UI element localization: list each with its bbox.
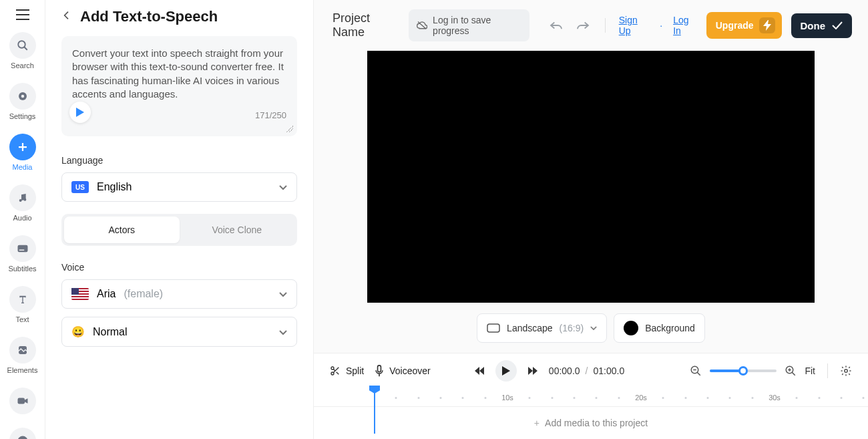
svg-point-12 [331,367,334,370]
playback-controls: 00:00.0 / 01:00.0 [469,360,624,382]
separator: · [660,20,662,31]
color-swatch [624,321,638,335]
timeline-ruler[interactable]: 10s20s30s40s50s1m [314,388,868,407]
mic-icon [375,365,384,377]
ruler-tick-dot [796,397,798,399]
ruler-tick-dot [529,397,531,399]
nav-search[interactable]: Search [0,27,45,71]
ruler-tick-dot [484,397,486,399]
svg-point-17 [845,370,848,373]
zoom-controls: Fit [690,363,852,378]
login-to-save-chip[interactable]: Log in to save progress [409,9,529,41]
resize-handle[interactable] [286,126,293,132]
cloud-off-icon [417,20,427,31]
zoom-slider[interactable] [710,370,777,372]
elements-icon [9,337,36,363]
gear-icon[interactable] [840,365,852,377]
ruler-tick-dot [863,397,865,399]
nav-label: Elements [7,366,38,374]
ruler-tick-dot [574,397,576,399]
zoom-in-icon[interactable] [785,365,797,377]
signup-link[interactable]: Sign Up [619,15,650,36]
empty-track[interactable]: + Add media to this project [314,407,868,439]
aspect-ratio-select[interactable]: Landscape (16:9) [477,313,607,343]
nav-label: Media [13,163,33,171]
plus-icon: + [534,418,539,428]
ruler-tick-dot [841,397,843,399]
nav-label: Subtitles [8,265,36,273]
svg-rect-8 [17,398,25,404]
time-total: 01:00.0 [593,365,624,376]
settings-icon [9,83,36,110]
ruler-tick-dot [818,397,820,399]
scissors-icon [330,365,341,376]
voiceover-button[interactable]: Voiceover [375,365,430,377]
undo-button[interactable] [548,16,566,35]
add-media-label: Add media to this project [545,418,648,428]
ruler-tick-dot [596,397,598,399]
prev-button[interactable] [469,360,490,382]
time-current: 00:00.0 [549,365,580,376]
svg-rect-14 [378,365,381,372]
done-button[interactable]: Done [791,13,853,38]
ruler-tick-dot [551,397,553,399]
editor-area: Project Name Log in to save progress Sig… [314,0,868,439]
voice-label: Voice [61,262,297,273]
upgrade-button[interactable]: Upgrade [706,12,782,39]
emoji-icon: 😀 [71,325,85,338]
nav-rail: Search Settings Media Audio Subtitles Te… [0,0,45,439]
time-sep: / [586,365,588,376]
ruler-tick-label: 10s [501,394,513,402]
nav-help[interactable]: ? [0,422,45,439]
landscape-icon [487,323,500,333]
nav-elements[interactable]: Elements [0,331,45,376]
topbar: Project Name Log in to save progress Sig… [314,0,868,51]
svg-point-2 [21,95,24,98]
ruler-tick-dot [707,397,709,399]
language-select[interactable]: US English [61,172,297,202]
tab-voice-clone[interactable]: Voice Clone [180,216,295,243]
zoom-out-icon[interactable] [690,365,702,377]
text-icon [9,286,36,313]
background-button[interactable]: Background [614,313,705,343]
nav-audio[interactable]: Audio [0,179,45,223]
language-value: English [97,181,132,193]
playhead[interactable] [374,387,375,434]
done-label: Done [801,20,826,31]
language-label: Language [61,155,297,166]
chevron-down-icon [590,326,597,331]
fit-button[interactable]: Fit [805,365,815,376]
nav-record[interactable] [0,382,45,416]
nav-subtitles[interactable]: Subtitles [0,230,45,274]
back-button[interactable] [61,10,72,23]
preview-play-button[interactable] [69,102,91,123]
voice-name: Aria [97,288,116,300]
chevron-down-icon [279,326,287,338]
tts-textarea[interactable]: Convert your text into speech straight f… [61,36,297,136]
menu-button[interactable] [9,9,36,20]
voice-style-select[interactable]: 😀 Normal [61,317,297,347]
project-name[interactable]: Project Name [333,11,399,39]
tts-panel: Add Text-to-Speech Convert your text int… [45,0,314,439]
media-plus-icon [9,134,36,160]
play-button[interactable] [495,360,517,382]
nav-media[interactable]: Media [0,128,45,172]
login-link[interactable]: Log In [673,15,697,36]
video-canvas[interactable] [367,51,815,303]
nav-label: Audio [13,214,31,222]
voice-select[interactable]: Aria (female) [61,279,297,309]
redo-button[interactable] [574,16,592,35]
nav-text[interactable]: Text [0,281,45,325]
ruler-tick-dot [751,397,753,399]
ruler-tick-dot [440,397,442,399]
chevron-down-icon [279,181,287,193]
camera-icon [9,388,36,414]
split-button[interactable]: Split [330,365,364,376]
nav-settings[interactable]: Settings [0,78,45,122]
audio-icon [9,184,36,211]
tts-text-content: Convert your text into speech straight f… [72,47,286,100]
next-button[interactable] [522,360,544,382]
ruler-tick-dot [662,397,664,399]
tab-actors[interactable]: Actors [64,216,180,243]
divider [605,18,606,33]
